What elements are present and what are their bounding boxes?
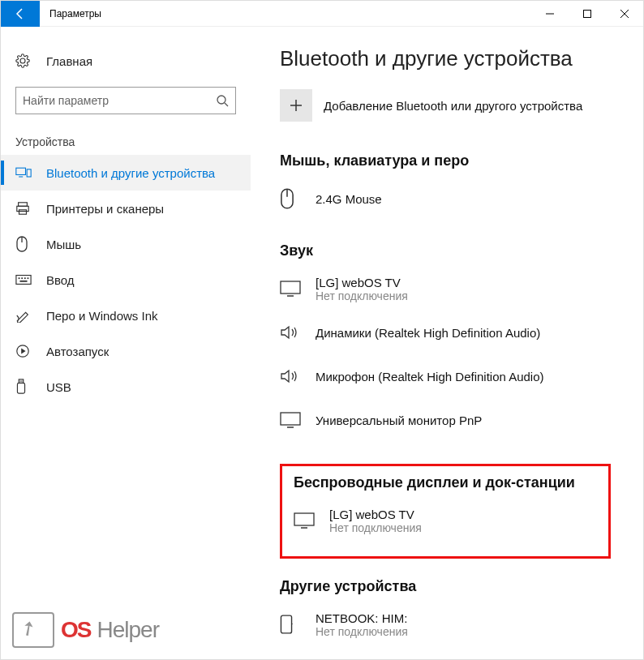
nav-item-usb[interactable]: USB (1, 369, 251, 405)
device-item[interactable]: 2.4G Mouse (280, 179, 611, 218)
category-header: Устройства (1, 126, 251, 155)
nav-label: Ввод (46, 273, 75, 287)
minimize-button[interactable] (531, 1, 569, 27)
device-name: Динамики (Realtek High Definition Audio) (316, 326, 540, 340)
pen-icon (15, 308, 32, 323)
monitor-icon (280, 281, 303, 297)
svg-rect-22 (17, 383, 24, 393)
speaker-icon (280, 324, 303, 341)
device-item[interactable]: [LG] webOS TV Нет подключения (280, 269, 611, 308)
device-name: Универсальный монитор PnP (316, 414, 482, 427)
device-status: Нет подключения (316, 625, 408, 638)
sidebar: Главная Устройства Bluetooth и другие ус… (1, 27, 251, 659)
svg-rect-17 (24, 277, 26, 279)
svg-rect-9 (19, 203, 28, 207)
section-header: Звук (280, 242, 611, 259)
section-header: Беспроводные дисплеи и док-станции (294, 474, 597, 491)
svg-rect-18 (28, 277, 29, 279)
device-name: NETBOOK: HIM: (316, 611, 408, 625)
add-device-button[interactable]: Добавление Bluetooth или другого устройс… (280, 89, 611, 122)
plus-icon (280, 89, 312, 122)
device-name: [LG] webOS TV (329, 508, 422, 521)
window-controls (531, 1, 643, 27)
section-other: Другие устройства NETBOOK: HIM: Нет подк… (280, 578, 611, 644)
page-title: Bluetooth и другие устройства (280, 46, 611, 71)
svg-rect-11 (19, 210, 27, 214)
mouse-icon (15, 236, 32, 252)
device-item[interactable]: [LG] webOS TV Нет подключения (294, 501, 597, 540)
nav-item-autoplay[interactable]: Автозапуск (1, 333, 251, 369)
device-name: Микрофон (Realtek High Definition Audio) (316, 370, 544, 384)
device-status: Нет подключения (329, 521, 422, 534)
search-box[interactable] (15, 87, 236, 114)
svg-rect-15 (19, 277, 20, 279)
monitor-icon (280, 412, 303, 428)
nav-item-pen[interactable]: Перо и Windows Ink (1, 298, 251, 333)
device-item[interactable]: Динамики (Realtek High Definition Audio) (280, 313, 611, 352)
svg-rect-24 (21, 380, 22, 382)
nav-label: USB (46, 380, 71, 394)
nav-label: Перо и Windows Ink (46, 309, 158, 323)
svg-rect-33 (294, 513, 314, 525)
mouse-icon (280, 188, 303, 209)
home-label: Главная (46, 54, 92, 68)
search-icon (216, 94, 229, 107)
watermark-os: OS (61, 617, 90, 643)
search-input[interactable] (23, 94, 216, 107)
home-button[interactable]: Главная (1, 43, 251, 79)
nav-item-printers[interactable]: Принтеры и сканеры (1, 191, 251, 226)
gear-icon (15, 54, 32, 68)
window-title: Параметры (49, 8, 101, 19)
svg-rect-14 (16, 276, 31, 285)
back-button[interactable] (1, 1, 40, 27)
section-input: Мышь, клавиатура и перо 2.4G Mouse (280, 152, 611, 218)
device-item[interactable]: Универсальный монитор PnP (280, 401, 611, 439)
device-item[interactable]: Микрофон (Realtek High Definition Audio) (280, 357, 611, 396)
section-header: Мышь, клавиатура и перо (280, 152, 611, 169)
main-panel: Bluetooth и другие устройства Добавление… (251, 27, 643, 659)
nav-label: Автозапуск (46, 345, 109, 358)
svg-rect-31 (281, 413, 300, 425)
usb-icon (15, 379, 32, 395)
svg-rect-21 (19, 379, 23, 384)
nav-item-mouse[interactable]: Мышь (1, 226, 251, 262)
nav-label: Мышь (46, 238, 81, 251)
section-audio: Звук [LG] webOS TV Нет подключения Динам… (280, 242, 611, 439)
keyboard-icon (15, 274, 32, 285)
device-status: Нет подключения (316, 289, 408, 302)
monitor-icon (294, 512, 316, 529)
device-name: 2.4G Mouse (316, 192, 382, 206)
device-item[interactable]: NETBOOK: HIM: Нет подключения (280, 605, 611, 644)
add-device-label: Добавление Bluetooth или другого устройс… (324, 99, 582, 113)
section-header: Другие устройства (280, 578, 611, 595)
titlebar: Параметры (1, 1, 643, 27)
nav-label: Принтеры и сканеры (46, 202, 164, 216)
svg-rect-35 (281, 615, 291, 633)
printer-icon (15, 201, 32, 216)
svg-rect-16 (21, 277, 23, 279)
svg-line-5 (225, 103, 228, 106)
svg-rect-7 (27, 169, 31, 177)
device-name: [LG] webOS TV (316, 276, 408, 289)
watermark-helper: Helper (97, 617, 158, 643)
devices-icon (15, 166, 32, 179)
speaker-icon (280, 368, 303, 384)
svg-rect-29 (281, 281, 300, 294)
maximize-button[interactable] (569, 1, 606, 27)
svg-rect-19 (19, 281, 27, 282)
close-button[interactable] (606, 1, 643, 27)
watermark: ➚ OS Helper (12, 612, 159, 648)
arrow-left-icon (14, 7, 27, 20)
highlighted-section: Беспроводные дисплеи и док-станции [LG] … (280, 464, 611, 559)
svg-rect-23 (20, 380, 21, 382)
nav-item-bluetooth[interactable]: Bluetooth и другие устройства (1, 155, 251, 191)
svg-point-4 (217, 96, 225, 104)
autoplay-icon (15, 344, 32, 358)
phone-icon (280, 615, 303, 634)
svg-rect-1 (584, 10, 591, 17)
nav-label: Bluetooth и другие устройства (46, 166, 215, 180)
nav-item-typing[interactable]: Ввод (1, 262, 251, 298)
svg-rect-6 (16, 168, 26, 174)
cursor-box-icon: ➚ (12, 612, 54, 648)
